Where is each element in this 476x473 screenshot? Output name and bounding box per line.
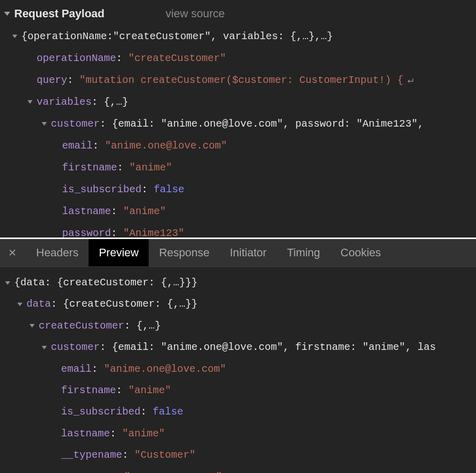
- newline-icon: ↵: [403, 72, 416, 88]
- key-query: query: [37, 72, 67, 88]
- key-variables: variables: [37, 94, 92, 110]
- chevron-down-icon: [4, 12, 10, 16]
- colon: :: [117, 160, 129, 175]
- val-email: "anime.one@love.com": [104, 362, 226, 377]
- val-data-summary: {createCustomer: {,…}}: [63, 297, 198, 312]
- tab-bar: ✕ Headers Preview Response Initiator Tim…: [0, 239, 476, 267]
- key-createcustomer: createCustomer: [39, 318, 124, 334]
- tree-row-createcustomer[interactable]: createCustomer : {,…}: [0, 315, 476, 337]
- val-typename: "Customer": [134, 448, 195, 463]
- key-email: email: [61, 362, 92, 377]
- tab-timing[interactable]: Timing: [277, 239, 330, 267]
- colon: :: [111, 203, 123, 219]
- colon: :: [116, 50, 128, 66]
- chevron-down-icon: [17, 303, 22, 306]
- response-preview-panel: ✕ Headers Preview Response Initiator Tim…: [0, 239, 476, 473]
- chevron-down-icon: [42, 346, 47, 349]
- view-source-link[interactable]: view source: [165, 7, 225, 20]
- val-createcustomer-summary: {,…}: [136, 318, 161, 334]
- colon: :: [100, 340, 112, 355]
- tree-row-password[interactable]: password : "Anime123": [0, 222, 476, 238]
- tree-row-data[interactable]: data : {createCustomer: {,…}}: [0, 293, 476, 315]
- key-customer: customer: [51, 340, 100, 355]
- val-customer-summary: {email: "anime.one@love.com", firstname:…: [112, 340, 436, 355]
- chevron-down-icon: [5, 281, 10, 285]
- val-lastname: "anime": [123, 203, 166, 219]
- tab-preview[interactable]: Preview: [89, 239, 149, 267]
- colon: :: [100, 116, 112, 132]
- key-typename: __typename: [61, 448, 122, 463]
- tree-row-lastname[interactable]: lastname : "anime": [0, 423, 476, 445]
- chevron-down-icon: [12, 35, 17, 38]
- val-firstname: "anime": [128, 383, 171, 398]
- chevron-down-icon: [42, 122, 47, 126]
- payload-tree: {operationName: "createCustomer" , varia…: [0, 22, 476, 238]
- root-summary-pre: {operationName:: [21, 28, 113, 44]
- tree-row-issubscribed[interactable]: is_subscribed : false: [0, 401, 476, 423]
- colon: :: [111, 225, 123, 238]
- chevron-down-icon: [27, 100, 33, 104]
- tree-row-firstname[interactable]: firstname : "anime": [0, 157, 476, 179]
- colon: :: [110, 426, 122, 441]
- root-summary-post: , variables: {,…},…}: [211, 28, 333, 44]
- tree-row-typename[interactable]: __typename : "Customer": [0, 445, 476, 466]
- tab-initiator[interactable]: Initiator: [219, 239, 276, 267]
- section-title: Request Payload: [14, 7, 104, 20]
- colon: :: [51, 297, 63, 312]
- tree-row-outer-typename[interactable]: __typename : "CustomerOutput": [0, 466, 476, 473]
- val-query: "mutation createCustomer($customer: Cust…: [79, 72, 403, 88]
- colon: :: [93, 138, 105, 154]
- tree-row-operationname[interactable]: operationName : "createCustomer": [0, 47, 476, 69]
- key-firstname: firstname: [61, 383, 116, 398]
- colon: :: [122, 448, 134, 463]
- key-operationname: operationName: [37, 50, 116, 66]
- val-email: "anime.one@love.com": [105, 138, 227, 154]
- root-summary: {data: {createCustomer: {,…}}}: [14, 275, 198, 290]
- tab-headers[interactable]: Headers: [26, 239, 89, 267]
- tree-row-variables[interactable]: variables : {,…}: [0, 91, 476, 113]
- key-data: data: [26, 297, 51, 312]
- tree-row-lastname[interactable]: lastname : "anime": [0, 200, 476, 222]
- key-outer-typename: __typename: [51, 469, 112, 473]
- tree-row-email[interactable]: email : "anime.one@love.com": [0, 359, 476, 380]
- colon: :: [116, 383, 128, 398]
- tab-cookies[interactable]: Cookies: [330, 239, 391, 267]
- val-issubscribed: false: [154, 182, 184, 197]
- colon: :: [112, 469, 124, 473]
- section-header[interactable]: Request Payload view source: [0, 5, 476, 22]
- preview-tree: {data: {createCustomer: {,…}}} data : {c…: [0, 267, 476, 473]
- close-icon[interactable]: ✕: [0, 247, 26, 259]
- key-email: email: [62, 138, 93, 154]
- tree-row-firstname[interactable]: firstname : "anime": [0, 380, 476, 401]
- val-password: "Anime123": [123, 225, 184, 238]
- request-payload-panel: Request Payload view source {operationNa…: [0, 0, 476, 238]
- tree-row-query[interactable]: query : "mutation createCustomer($custom…: [0, 69, 476, 91]
- colon: :: [67, 72, 79, 88]
- val-issubscribed: false: [153, 404, 183, 420]
- colon: :: [92, 94, 104, 110]
- colon: :: [142, 182, 154, 197]
- val-outer-typename: "CustomerOutput": [124, 469, 222, 473]
- val-firstname: "anime": [129, 160, 172, 175]
- val-customer-summary: {email: "anime.one@love.com", password: …: [112, 116, 424, 132]
- key-password: password: [62, 225, 111, 238]
- tree-row-root[interactable]: {operationName: "createCustomer" , varia…: [0, 25, 476, 47]
- tree-row-customer[interactable]: customer : {email: "anime.one@love.com",…: [0, 337, 476, 358]
- colon: :: [141, 404, 153, 420]
- key-issubscribed: is_subscribed: [62, 182, 142, 197]
- key-customer: customer: [51, 116, 100, 132]
- tree-row-email[interactable]: email : "anime.one@love.com": [0, 135, 476, 157]
- colon: :: [124, 318, 136, 334]
- val-variables: {,…}: [104, 94, 128, 110]
- colon: :: [92, 362, 104, 377]
- chevron-down-icon: [30, 324, 35, 328]
- tree-row-root[interactable]: {data: {createCustomer: {,…}}}: [0, 272, 476, 293]
- key-lastname: lastname: [62, 203, 111, 219]
- val-operationname: "createCustomer": [128, 50, 226, 66]
- root-summary-val: "createCustomer": [113, 28, 211, 44]
- key-lastname: lastname: [61, 426, 110, 441]
- tab-response[interactable]: Response: [149, 239, 219, 267]
- tree-row-issubscribed[interactable]: is_subscribed : false: [0, 179, 476, 200]
- tree-row-customer[interactable]: customer : {email: "anime.one@love.com",…: [0, 113, 476, 135]
- key-issubscribed: is_subscribed: [61, 404, 141, 420]
